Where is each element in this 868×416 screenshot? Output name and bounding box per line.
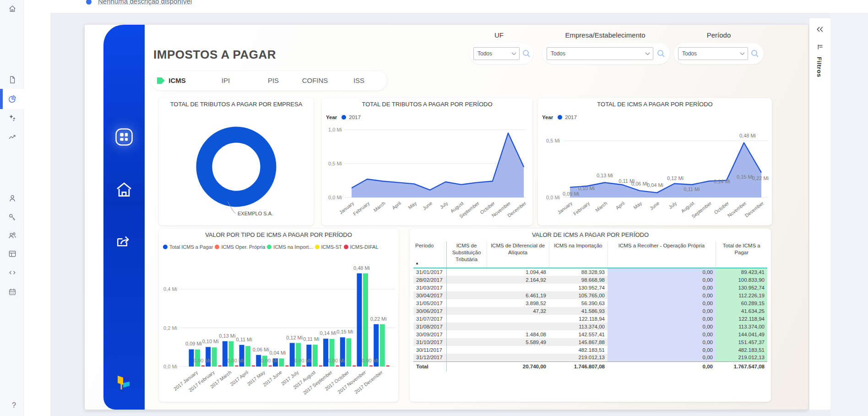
filters-pane-label[interactable]: Filtros	[816, 57, 823, 77]
bar-icms-difal[interactable]	[252, 365, 255, 367]
people-icon[interactable]: .f{fill:#5f6672;stroke:none}	[8, 231, 17, 240]
tab-pis[interactable]: PIS	[268, 71, 279, 90]
table-cell: 219.012,13	[549, 354, 608, 361]
table-row[interactable]: 31/07/2017122.118,940,00122.118,94	[413, 315, 767, 323]
search-icon[interactable]	[656, 49, 666, 58]
column-header[interactable]: Total de ICMS a Pagar	[716, 241, 767, 268]
table-cell: 28/02/2017	[413, 276, 446, 284]
table-cell: 60.289,15	[716, 299, 767, 307]
report-description-link[interactable]: Nenhuma descrição disponível	[98, 0, 192, 5]
home-icon[interactable]: .f{fill:#5f6672;stroke:none}	[8, 4, 17, 13]
bar-icms-importacao[interactable]	[380, 324, 385, 367]
table-cell: 31/05/2017	[413, 299, 446, 307]
table-row[interactable]: 28/02/20172.164,9298.668,980,00100.833,9…	[413, 276, 767, 284]
uf-dropdown[interactable]: Todos	[473, 47, 520, 60]
table-row[interactable]: 30/09/20171.484,08142.557,410,00144.041,…	[413, 330, 767, 338]
filter-pane-icon[interactable]	[816, 43, 824, 51]
pie-chart-icon[interactable]: .f{fill:#2b5cd9;stroke:none}	[8, 94, 17, 104]
table-row[interactable]: 31/05/20173.898,5256.390,630,0060.289,15	[413, 299, 767, 307]
card-tributos-por-empresa[interactable]: TOTAL DE TRIBUTOS A PAGAR POR EMPRESA EX…	[159, 98, 314, 225]
person-icon[interactable]: .f{fill:#5f6672;stroke:none}	[8, 194, 17, 203]
column-header[interactable]: Período▲	[413, 241, 446, 268]
bar-total-icms[interactable]	[222, 341, 228, 367]
data-label: 0,10 Mi	[202, 339, 219, 344]
periodo-dropdown[interactable]: Todos	[678, 47, 748, 60]
dashboard-grid-icon[interactable]	[113, 126, 136, 150]
legend-dot	[163, 245, 168, 249]
bar-total-icms[interactable]	[290, 343, 295, 367]
code-icon[interactable]: .f{fill:#5f6672;stroke:none}	[8, 268, 17, 277]
filter-label-empresa: Empresa/Estabelecimento	[565, 31, 645, 39]
help-icon[interactable]: ?	[12, 401, 16, 410]
table-cell	[446, 276, 487, 284]
bar-icms-importacao[interactable]	[245, 346, 250, 367]
bar-chart[interactable]: 0,4 Mi0,2 Mi0,0 Mi0,09 Mi2017 January0,1…	[159, 229, 398, 402]
document-icon[interactable]: .f{fill:#5f6672;stroke:none}	[8, 75, 17, 84]
chevron-down-icon	[645, 52, 650, 55]
table-row[interactable]: 31/03/2017130.952,740,00130.952,74	[413, 284, 767, 291]
search-icon[interactable]	[750, 49, 760, 58]
bar-icms-importacao[interactable]	[346, 338, 351, 367]
bar-icms-difal[interactable]	[286, 366, 289, 367]
card-tabela-icms[interactable]: VALOR DE ICMS A PAGAR POR PERÍODO Períod…	[410, 229, 771, 402]
bar-total-icms[interactable]	[323, 339, 328, 367]
zero-data-label: 0,00 Mi	[194, 358, 210, 363]
data-label: 0,06 Mi	[253, 347, 269, 352]
table-cell: 31/08/2017	[413, 323, 446, 330]
trend-up-icon[interactable]: .f{fill:#5f6672;stroke:none}	[8, 132, 17, 142]
share-icon[interactable]	[114, 231, 135, 254]
sparkles-icon[interactable]: .f{fill:#8334e3;stroke:none}	[8, 113, 17, 122]
bar-icms-difal[interactable]	[319, 366, 322, 367]
tab-icms[interactable]: ICMS	[168, 71, 186, 90]
bar-icms-difal[interactable]	[235, 366, 238, 367]
column-header[interactable]: ICMS na Importação	[549, 241, 608, 268]
bar-icms-importacao[interactable]	[313, 345, 318, 367]
home-outline-icon[interactable]	[114, 180, 135, 203]
key-icon[interactable]: .f{fill:#5f6672;stroke:none}	[8, 213, 17, 222]
bar-icms-difal[interactable]	[302, 366, 305, 367]
table-row[interactable]: 30/04/20176.461,19105.765,000,00112.226,…	[413, 291, 767, 299]
bar-total-icms[interactable]	[189, 349, 194, 367]
legend-dot	[215, 245, 219, 249]
info-dot-icon	[86, 0, 92, 5]
bar-icms-importacao[interactable]	[212, 347, 217, 367]
bar-icms-difal[interactable]	[369, 366, 373, 367]
bar-icms-difal[interactable]	[386, 366, 390, 367]
bar-icms-difal[interactable]	[269, 366, 272, 367]
table-row[interactable]: 31/08/2017113.374,000,00113.374,00	[413, 323, 767, 330]
table-row[interactable]: 31/01/20171.094,4888.328,930,0089.423,41	[413, 268, 767, 276]
table-row[interactable]: 31/10/20175.589,49145.867,880,00151.457,…	[413, 338, 767, 346]
data-label: 0,48 Mi	[739, 133, 756, 138]
bar-icms-difal[interactable]	[336, 366, 339, 367]
card-tributos-por-periodo[interactable]: TOTAL DE TRIBUTOS A PAGAR POR PERÍODO Ye…	[322, 98, 532, 225]
bar-total-icms[interactable]	[357, 274, 362, 367]
card-icms-por-periodo[interactable]: TOTAL DE ICMS A PAGAR POR PERÍODO Year20…	[538, 98, 772, 225]
sort-ascending-icon[interactable]: ▲	[415, 261, 419, 266]
tab-iss[interactable]: ISS	[353, 71, 364, 90]
bar-icms-importacao[interactable]	[363, 274, 368, 367]
tab-cofins[interactable]: COFINS	[302, 71, 328, 90]
donut-chart[interactable]: EXEMPLO S.A.	[159, 98, 314, 225]
bar-icms-difal[interactable]	[353, 365, 356, 367]
collapse-double-chevron-icon[interactable]	[815, 26, 825, 33]
bar-icms-difal[interactable]	[218, 366, 222, 367]
column-header[interactable]: ICMS a Recolher - Operação Própria	[608, 241, 716, 268]
bar-icms-difal[interactable]	[201, 366, 205, 367]
bar-total-icms[interactable]	[256, 355, 261, 367]
table-total-cell: 20.740,00	[487, 361, 549, 372]
layout-icon[interactable]: .f{fill:#5f6672;stroke:none}	[8, 249, 17, 258]
table-row[interactable]: 30/06/201747,3241.586,930,0041.634,25	[413, 307, 767, 315]
table-row[interactable]: 30/11/2017482.183,510,00482.183,51	[413, 346, 767, 354]
bar-total-icms[interactable]	[206, 347, 211, 367]
report-canvas: IMPOSTOS A PAGAR UF Todos Empresa/Estabe…	[85, 25, 808, 410]
calendar-icon[interactable]: .f{fill:#5f6672;stroke:none}	[8, 287, 17, 296]
column-header[interactable]: ICMS de Diferencial de Alíquota	[487, 241, 549, 268]
table-row[interactable]: 31/12/2017219.012,130,00219.012,13	[413, 354, 767, 361]
data-label: 0,22 Mi	[370, 316, 387, 322]
tab-ipi[interactable]: IPI	[222, 71, 230, 90]
search-icon[interactable]	[522, 49, 531, 58]
empresa-dropdown[interactable]: Todos	[547, 47, 653, 60]
card-valor-tipo-icms[interactable]: VALOR POR TIPO DE ICMS A PAGAR POR PERÍO…	[159, 229, 398, 402]
bar-icms-importacao[interactable]	[279, 358, 284, 367]
column-header[interactable]: ICMS de Substituição Tributária	[446, 241, 487, 268]
